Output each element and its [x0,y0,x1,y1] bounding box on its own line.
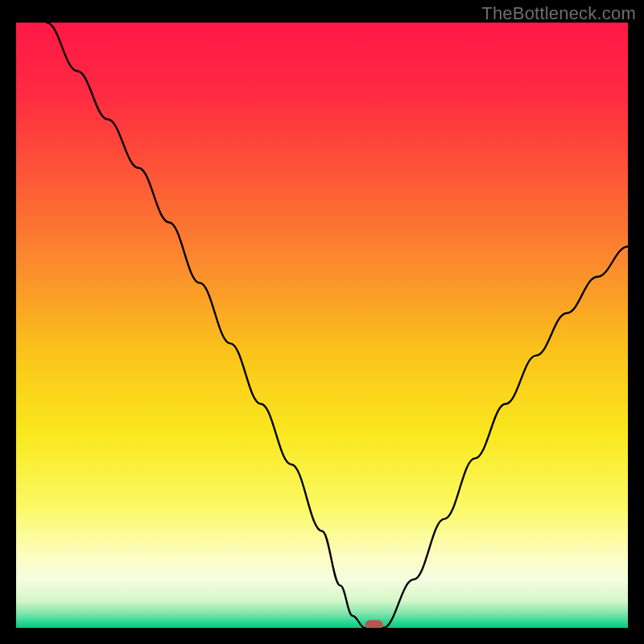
watermark-text: TheBottleneck.com [481,3,636,24]
optimal-point-marker [365,620,383,628]
gradient-background [16,23,628,628]
bottleneck-chart [16,23,628,628]
chart-frame: TheBottleneck.com [0,0,644,644]
plot-area [16,23,628,628]
